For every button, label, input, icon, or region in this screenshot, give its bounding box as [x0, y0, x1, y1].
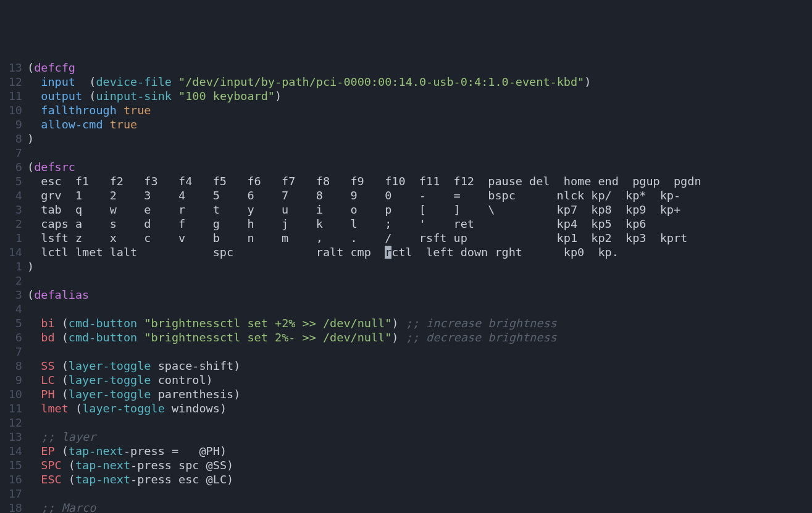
token: [398, 317, 405, 330]
line-number: 5: [0, 316, 27, 330]
code-content[interactable]: (defalias: [27, 288, 812, 302]
code-content[interactable]: lsft z x c v b n m , . / rsft up kp1 kp2…: [27, 231, 812, 245]
code-content[interactable]: lmet (layer-toggle windows): [27, 401, 812, 415]
code-line[interactable]: 13(defcfg: [0, 60, 812, 75]
code-content[interactable]: ;; Marco: [27, 501, 812, 513]
token: bd: [41, 331, 54, 344]
token: input: [41, 75, 75, 88]
code-content[interactable]: bd (cmd-button "brightnessctl set 2%- >>…: [27, 330, 812, 344]
code-line[interactable]: 12: [0, 415, 812, 430]
token: [117, 104, 123, 117]
code-content[interactable]: [27, 302, 812, 316]
code-line[interactable]: 14 EP (tap-next-press = @PH): [0, 444, 812, 458]
token: device-file: [96, 75, 172, 88]
token: [27, 75, 41, 88]
code-line[interactable]: 5 esc f1 f2 f3 f4 f5 f6 f7 f8 f9 f10 f11…: [0, 174, 812, 188]
token: (: [75, 402, 82, 415]
code-content[interactable]: [27, 415, 812, 430]
code-line[interactable]: 1): [0, 259, 812, 273]
token: lctl lmet lalt spc ralt cmp: [27, 246, 385, 259]
token: ): [206, 373, 213, 386]
token: [75, 75, 89, 88]
code-line[interactable]: 10 PH (layer-toggle parenthesis): [0, 387, 812, 401]
code-content[interactable]: allow-cmd true: [27, 117, 812, 131]
code-content[interactable]: esc f1 f2 f3 f4 f5 f6 f7 f8 f9 f10 f11 f…: [27, 174, 812, 188]
code-line[interactable]: 1 lsft z x c v b n m , . / rsft up kp1 k…: [0, 231, 812, 245]
code-content[interactable]: (defcfg: [27, 60, 812, 75]
line-number: 10: [0, 103, 27, 117]
line-number: 5: [0, 174, 27, 188]
code-content[interactable]: [27, 344, 812, 359]
editor-view[interactable]: 13(defcfg12 input (device-file "/dev/inp…: [0, 60, 812, 513]
code-content[interactable]: grv 1 2 3 4 5 6 7 8 9 0 - = bspc nlck kp…: [27, 188, 812, 202]
code-line[interactable]: 16 ESC (tap-next-press esc @LC): [0, 472, 812, 486]
code-line[interactable]: 17: [0, 486, 812, 501]
code-content[interactable]: PH (layer-toggle parenthesis): [27, 387, 812, 401]
code-content[interactable]: caps a s d f g h j k l ; ' ret kp4 kp5 k…: [27, 217, 812, 231]
code-content[interactable]: EP (tap-next-press = @PH): [27, 444, 812, 458]
line-number: 3: [0, 288, 27, 302]
token: [103, 118, 110, 131]
code-line[interactable]: 11 output (uinput-sink "100 keyboard"): [0, 89, 812, 103]
code-content[interactable]: ): [27, 259, 812, 273]
token: "brightnessctl set 2%- >> /dev/null": [144, 331, 391, 344]
token: (: [89, 75, 96, 88]
token: (: [62, 373, 69, 386]
code-content[interactable]: output (uinput-sink "100 keyboard"): [27, 89, 812, 103]
token: [27, 388, 41, 401]
line-number: 4: [0, 188, 27, 202]
code-line[interactable]: 13 ;; layer: [0, 430, 812, 444]
code-content[interactable]: tab q w e r t y u i o p [ ] \ kp7 kp8 kp…: [27, 202, 812, 217]
code-line[interactable]: 4 grv 1 2 3 4 5 6 7 8 9 0 - = bspc nlck …: [0, 188, 812, 202]
code-line[interactable]: 15 SPC (tap-next-press spc @SS): [0, 458, 812, 472]
code-line[interactable]: 6 bd (cmd-button "brightnessctl set 2%- …: [0, 330, 812, 344]
token: ;; layer: [41, 430, 96, 443]
code-line[interactable]: 3 tab q w e r t y u i o p [ ] \ kp7 kp8 …: [0, 202, 812, 217]
token: [69, 402, 75, 415]
code-line[interactable]: 7: [0, 146, 812, 160]
code-line[interactable]: 5 bi (cmd-button "brightnessctl set +2% …: [0, 316, 812, 330]
code-line[interactable]: 11 lmet (layer-toggle windows): [0, 401, 812, 415]
code-line[interactable]: 8): [0, 131, 812, 146]
token: (: [62, 359, 69, 372]
code-content[interactable]: ): [27, 131, 812, 146]
line-number: 13: [0, 60, 27, 75]
token: [62, 473, 69, 486]
line-number: 4: [0, 302, 27, 316]
token: "100 keyboard": [178, 90, 275, 102]
token: layer-toggle: [69, 373, 151, 386]
code-content[interactable]: [27, 146, 812, 160]
code-line[interactable]: 2: [0, 273, 812, 288]
code-content[interactable]: input (device-file "/dev/input/by-path/p…: [27, 75, 812, 89]
code-line[interactable]: 14 lctl lmet lalt spc ralt cmp rctl left…: [0, 245, 812, 259]
code-line[interactable]: 18 ;; Marco: [0, 501, 812, 513]
code-content[interactable]: ESC (tap-next-press esc @LC): [27, 472, 812, 486]
code-line[interactable]: 8 SS (layer-toggle space-shift): [0, 359, 812, 373]
line-number: 14: [0, 444, 27, 458]
code-content[interactable]: fallthrough true: [27, 103, 812, 117]
code-content[interactable]: [27, 486, 812, 501]
code-content[interactable]: (defsrc: [27, 160, 812, 174]
token: ): [227, 459, 233, 472]
code-content[interactable]: lctl lmet lalt spc ralt cmp rctl left do…: [27, 245, 812, 259]
code-content[interactable]: LC (layer-toggle control): [27, 373, 812, 387]
code-line[interactable]: 7: [0, 344, 812, 359]
line-number: 12: [0, 75, 27, 89]
token: space-shift: [151, 359, 234, 372]
code-line[interactable]: 3(defalias: [0, 288, 812, 302]
code-content[interactable]: bi (cmd-button "brightnessctl set +2% >>…: [27, 316, 812, 330]
code-line[interactable]: 4: [0, 302, 812, 316]
code-content[interactable]: SS (layer-toggle space-shift): [27, 359, 812, 373]
code-line[interactable]: 2 caps a s d f g h j k l ; ' ret kp4 kp5…: [0, 217, 812, 231]
token: [55, 331, 62, 344]
token: (: [69, 473, 75, 486]
code-content[interactable]: ;; layer: [27, 430, 812, 444]
code-line[interactable]: 12 input (device-file "/dev/input/by-pat…: [0, 75, 812, 89]
code-line[interactable]: 9 LC (layer-toggle control): [0, 373, 812, 387]
code-line[interactable]: 6(defsrc: [0, 160, 812, 174]
code-content[interactable]: SPC (tap-next-press spc @SS): [27, 458, 812, 472]
code-line[interactable]: 9 allow-cmd true: [0, 117, 812, 131]
code-content[interactable]: [27, 273, 812, 288]
token: fallthrough: [41, 104, 117, 117]
code-line[interactable]: 10 fallthrough true: [0, 103, 812, 117]
